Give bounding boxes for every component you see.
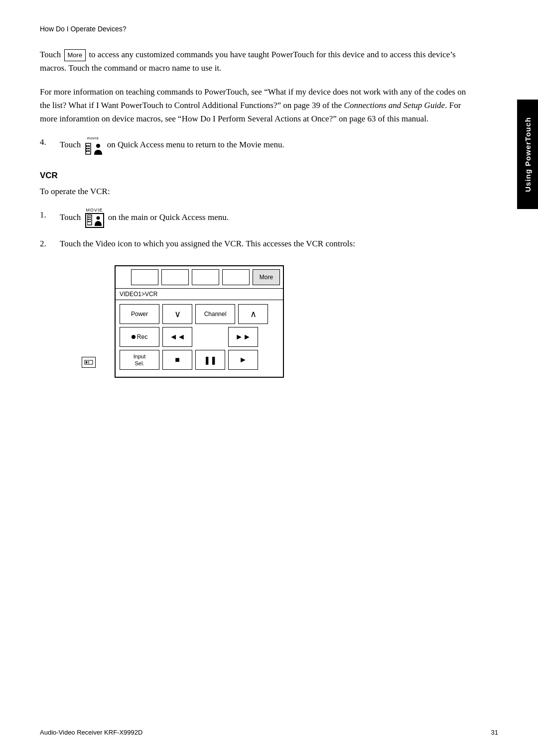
vcr-power-btn[interactable]: Power (120, 304, 159, 324)
para1-after: to access any customized commands you ha… (40, 50, 456, 73)
svg-rect-18 (88, 361, 89, 363)
svg-rect-2 (86, 148, 88, 149)
para2-italic: Connections and Setup Guide (344, 101, 445, 110)
footer-right: 31 (491, 729, 498, 736)
side-tab: Using PowerTouch (517, 100, 538, 209)
rec-dot (132, 335, 135, 339)
svg-rect-17 (86, 361, 87, 363)
vcr-rec-btn[interactable]: Rec (120, 327, 159, 347)
movie-icon-svg (85, 142, 103, 156)
svg-rect-11 (88, 221, 89, 222)
step4-after: on Quick Access menu to return to the Mo… (107, 140, 284, 150)
svg-point-7 (96, 144, 100, 148)
vcr-play-btn[interactable]: ► (228, 350, 258, 370)
breadcrumb: How Do I Operate Devices? (40, 25, 127, 33)
paragraph-1: Touch More to access any customized comm… (40, 48, 468, 75)
step-4-content: Touch movie (60, 135, 468, 156)
quick-access-icon: movie (85, 135, 103, 156)
vcr-diagram: More VIDEO1>VCR Power ∨ Channel ∧ (115, 265, 284, 378)
movie-button-icon: MOVIE (85, 208, 104, 228)
step-1-content: Touch MOVIE (60, 208, 468, 228)
vcr-row-1: Power ∨ Channel ∧ (120, 304, 279, 324)
vcr-more-button[interactable]: More (253, 269, 280, 285)
step-1-number: 1. (40, 208, 60, 221)
vcr-top-btn-3[interactable] (192, 269, 219, 285)
step-2-number: 2. (40, 237, 60, 250)
step2-text: Touch the Video icon to which you assign… (60, 239, 355, 248)
page-container: Using PowerTouch How Do I Operate Device… (0, 0, 538, 756)
vcr-heading: VCR (40, 171, 468, 181)
step4-before: Touch (60, 140, 83, 150)
svg-rect-13 (89, 219, 91, 220)
vcr-top-btn-4[interactable] (222, 269, 250, 285)
vcr-controls: Power ∨ Channel ∧ Rec ◄◄ ►► (116, 300, 283, 377)
vcr-stop-btn[interactable]: ■ (162, 350, 192, 370)
step-2-content: Touch the Video icon to which you assign… (60, 237, 468, 250)
page-header: How Do I Operate Devices? (40, 25, 498, 33)
vcr-ch-down-btn[interactable]: ∨ (162, 304, 192, 324)
vcr-empty-cell (195, 327, 225, 347)
content-area: Touch More to access any customized comm… (40, 48, 498, 378)
svg-rect-10 (88, 219, 89, 220)
vcr-row-3: InputSel. ■ ❚❚ ► (120, 350, 279, 370)
device-icon-svg (84, 359, 93, 366)
vcr-ffwd-btn[interactable]: ►► (228, 327, 258, 347)
side-tab-label: Using PowerTouch (524, 117, 532, 192)
step-1: 1. Touch MOVIE (40, 208, 468, 228)
vcr-input-sel-btn[interactable]: InputSel. (120, 350, 159, 370)
vcr-intro: To operate the VCR: (40, 185, 468, 198)
vcr-rewind-btn[interactable]: ◄◄ (162, 327, 192, 347)
movie-super-label: movie (87, 135, 99, 142)
step-4: 4. Touch movie (40, 135, 468, 156)
vcr-device-icon (82, 357, 96, 368)
vcr-breadcrumb: VIDEO1>VCR (116, 289, 283, 300)
page-footer: Audio-Video Receiver KRF-X9992D 31 (40, 729, 498, 736)
icon-body (85, 142, 103, 156)
svg-rect-4 (88, 145, 90, 147)
svg-rect-12 (89, 216, 91, 218)
movie-icon-inner-svg (87, 215, 102, 226)
svg-rect-1 (86, 145, 88, 147)
vcr-channel-btn[interactable]: Channel (195, 304, 235, 324)
vcr-top-btn-1[interactable] (131, 269, 158, 285)
step1-after: on the main or Quick Access menu. (108, 213, 229, 222)
svg-rect-5 (88, 148, 90, 149)
movie-icon-box (85, 213, 104, 228)
step-4-number: 4. (40, 135, 60, 149)
svg-rect-3 (86, 150, 88, 152)
svg-rect-14 (89, 221, 91, 222)
vcr-top-row: More (116, 266, 283, 289)
paragraph-2: For more information on teaching command… (40, 85, 468, 126)
vcr-top-btn-2[interactable] (161, 269, 189, 285)
step1-before: Touch (60, 213, 83, 222)
para1-before: Touch (40, 50, 63, 59)
vcr-row-2: Rec ◄◄ ►► (120, 327, 279, 347)
step-2: 2. Touch the Video icon to which you ass… (40, 237, 468, 250)
more-button-inline[interactable]: More (64, 49, 86, 62)
svg-rect-6 (88, 150, 90, 152)
vcr-ch-up-btn[interactable]: ∧ (238, 304, 268, 324)
movie-label: MOVIE (85, 208, 104, 213)
svg-rect-9 (88, 216, 89, 218)
svg-point-15 (96, 216, 100, 220)
footer-left: Audio-Video Receiver KRF-X9992D (40, 729, 142, 736)
vcr-pause-btn[interactable]: ❚❚ (195, 350, 225, 370)
